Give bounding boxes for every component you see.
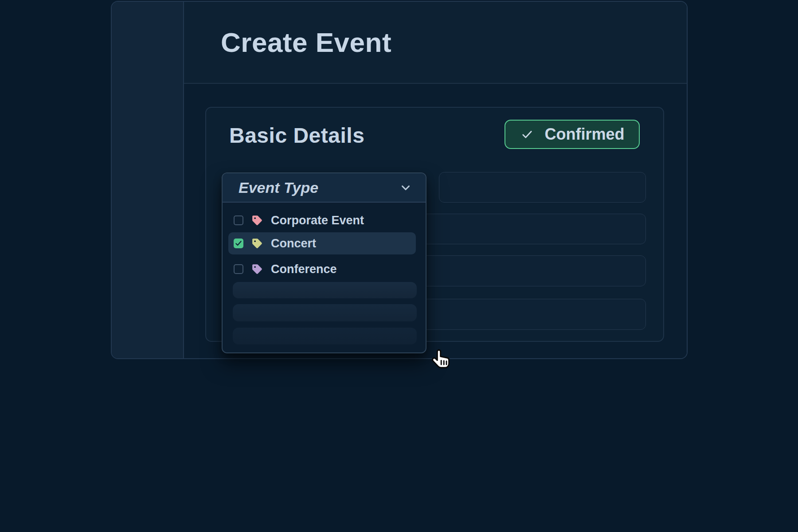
loading-placeholder-row [233, 282, 417, 298]
loading-placeholder-row [233, 328, 417, 344]
option-corporate-event[interactable]: Corporate Event [228, 209, 416, 231]
main-content: Basic Details Confirmed Event Type [184, 84, 687, 358]
loading-placeholder-row [233, 304, 417, 321]
option-conference[interactable]: Conference [228, 258, 416, 280]
sidebar [112, 2, 184, 358]
page-header: Create Event [184, 2, 687, 84]
event-type-menu: Corporate Event [223, 203, 426, 344]
card-title: Basic Details [229, 124, 364, 147]
option-concert[interactable]: Concert [228, 232, 416, 254]
tag-icon [251, 263, 263, 275]
event-type-label: Event Type [239, 179, 318, 196]
hand-pointer-cursor [430, 348, 452, 372]
tag-icon [251, 215, 263, 226]
option-label: Conference [271, 262, 337, 276]
checkbox-corporate-event[interactable] [234, 215, 243, 225]
basic-details-card: Basic Details Confirmed Event Type [205, 107, 664, 342]
confirmed-badge[interactable]: Confirmed [505, 120, 640, 149]
app-window: Create Event Basic Details Confirmed [111, 1, 688, 359]
confirmed-badge-label: Confirmed [545, 125, 625, 144]
tag-icon [251, 238, 263, 249]
event-type-dropdown: Event Type [222, 172, 426, 353]
field-placeholder-1[interactable] [439, 172, 646, 203]
checkbox-concert[interactable] [234, 239, 243, 248]
check-icon [520, 129, 534, 140]
option-label: Concert [271, 237, 316, 250]
chevron-down-icon [399, 181, 412, 194]
option-label: Corporate Event [271, 214, 364, 227]
checkbox-check-icon [235, 241, 242, 246]
event-type-select[interactable]: Event Type [223, 173, 426, 203]
checkbox-conference[interactable] [234, 264, 243, 274]
page-title: Create Event [221, 29, 391, 56]
screen: Create Event Basic Details Confirmed [0, 0, 798, 532]
